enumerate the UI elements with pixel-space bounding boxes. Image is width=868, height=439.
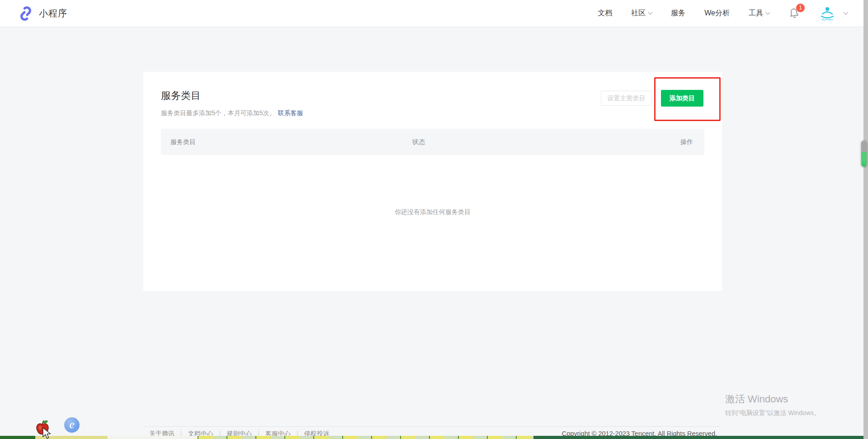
apple-desktop-icon[interactable] xyxy=(34,419,51,436)
internet-explorer-icon[interactable]: e xyxy=(64,417,80,433)
column-header-action: 操作 xyxy=(680,138,693,146)
column-header-status: 状态 xyxy=(412,138,425,146)
nav-item-label: 服务 xyxy=(671,9,685,18)
notification-badge: 1 xyxy=(796,4,805,12)
strip-segment xyxy=(533,436,868,439)
notification-bell-button[interactable]: 1 xyxy=(788,7,800,19)
miniprogram-logo-icon xyxy=(18,6,33,21)
nav-menu: 文档 社区 服务 We分析 工具 xyxy=(598,5,847,22)
scrollbar-thumb[interactable] xyxy=(861,140,867,167)
nav-item-label: 社区 xyxy=(631,9,646,18)
strip-segment xyxy=(108,436,198,439)
watermark-line2: 转到“电脑设置”以激活 Windows。 xyxy=(725,409,820,417)
avatar: Skychaker xyxy=(819,5,836,22)
chevron-down-icon xyxy=(648,10,653,15)
nav-item-community[interactable]: 社区 xyxy=(631,9,652,18)
watermark-line1: 激活 Windows xyxy=(725,392,820,406)
top-navbar: 小程序 文档 社区 服务 We分析 工具 xyxy=(0,0,868,27)
windows-activation-watermark: 激活 Windows 转到“电脑设置”以激活 Windows。 xyxy=(725,392,820,417)
nav-item-services[interactable]: 服务 xyxy=(671,9,685,18)
nav-item-docs[interactable]: 文档 xyxy=(598,9,612,18)
background-window-strip xyxy=(0,436,868,439)
brand-home-link[interactable]: 小程序 xyxy=(18,6,67,21)
account-menu-button[interactable]: Skychaker xyxy=(819,5,847,22)
table-header-row: 服务类目 状态 操作 xyxy=(161,129,704,155)
chevron-down-icon xyxy=(766,10,770,15)
strip-segment xyxy=(0,436,35,439)
nav-item-label: We分析 xyxy=(704,9,730,18)
nav-item-tools[interactable]: 工具 xyxy=(749,9,769,18)
set-primary-category-button[interactable]: 设置主营类目 xyxy=(601,91,652,106)
page-subtitle: 服务类目最多添加5个，本月可添加5次。联系客服 xyxy=(161,109,303,117)
empty-state-text: 你还没有添加任何服务类目 xyxy=(143,208,722,216)
subtitle-text: 服务类目最多添加5个，本月可添加5次。 xyxy=(161,109,276,117)
nav-item-label: 文档 xyxy=(598,9,612,18)
brand-title: 小程序 xyxy=(39,7,67,19)
scrollbar-track[interactable] xyxy=(863,0,868,439)
nav-item-label: 工具 xyxy=(749,9,763,18)
avatar-caption: Skychaker xyxy=(821,18,833,21)
screen: 小程序 文档 社区 服务 We分析 工具 xyxy=(0,0,868,439)
column-header-category: 服务类目 xyxy=(170,138,196,146)
page-title: 服务类目 xyxy=(161,89,201,103)
contact-support-link[interactable]: 联系客服 xyxy=(278,109,303,117)
strip-segment xyxy=(198,436,533,439)
footer-divider xyxy=(143,426,722,427)
nav-item-we-analysis[interactable]: We分析 xyxy=(704,9,730,18)
chevron-down-icon xyxy=(844,10,848,15)
strip-segment xyxy=(35,436,108,439)
service-category-card: 服务类目 服务类目最多添加5个，本月可添加5次。联系客服 设置主营类目 添加类目… xyxy=(143,72,722,291)
add-category-button[interactable]: 添加类目 xyxy=(661,90,703,107)
